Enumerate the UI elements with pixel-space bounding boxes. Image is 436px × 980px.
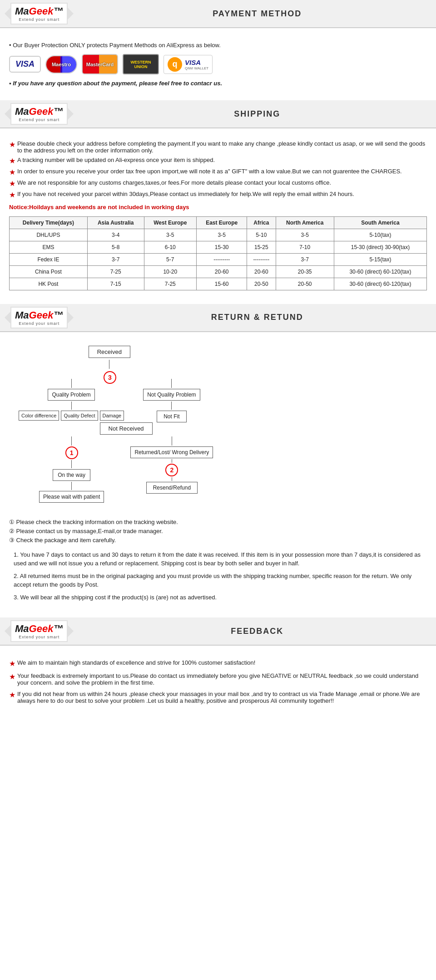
shipping-point-5: ★ If you have not received your parcel w… xyxy=(9,191,427,199)
shipping-logo-arrow-left xyxy=(5,108,11,120)
returned-lost-box: Returned/Lost/ Wrong Delivery xyxy=(130,446,213,458)
col-header-0: Delivery Time(days) xyxy=(10,216,88,229)
logo-box: MaGeek™ Extend your smart xyxy=(10,3,68,24)
logo-text: MaGeek™ xyxy=(15,5,63,17)
shipping-logo-text: MaGeek™ xyxy=(15,106,63,118)
western-union-label: WESTERNUNION xyxy=(131,60,151,69)
return-note-3: ③ Check the package and item carefully. xyxy=(9,537,427,544)
shipping-table: Delivery Time(days) Asia Australia West … xyxy=(9,216,427,290)
feedback-logo-box: MaGeek™ Extend your smart xyxy=(10,620,68,642)
shipping-brand-logo: MaGeek™ Extend your smart xyxy=(5,103,74,125)
fb-text-3: If you did not hear from us within 24 ho… xyxy=(17,691,427,704)
payment-title: PAYMENT METHOD xyxy=(83,9,431,19)
flowchart: Received 3 Quality Problem xyxy=(9,341,427,512)
row0-col0: DHL/UPS xyxy=(10,229,88,241)
vline-received xyxy=(109,360,109,369)
circle-1: 1 xyxy=(65,446,78,459)
feedback-point-2: ★ Your feedback is extremely important t… xyxy=(9,672,427,686)
shipping-text-2: A tracking number will be updated on Ali… xyxy=(17,157,215,165)
payment-note: • If you have any question about the pay… xyxy=(9,80,427,87)
table-row: DHL/UPS 3-4 3-5 3-5 5-10 3-5 5-10(tax) xyxy=(10,229,427,241)
shipping-notice: Notice:Hoildays and weekends are not inc… xyxy=(9,203,427,212)
qiwi-wallet-label: QIWI WALLET xyxy=(185,66,208,70)
shipping-text-4: We are not responsible for any customs c… xyxy=(17,179,331,188)
return-logo-text: MaGeek™ xyxy=(15,309,63,321)
return-list: 1. You have 7 days to contact us and 30 … xyxy=(9,550,427,602)
not-received-branches: 1 On the way Please wait with patient xyxy=(26,436,227,503)
shipping-logo-tagline: Extend your smart xyxy=(19,118,59,122)
row4-col1: 7-15 xyxy=(87,278,144,290)
circle-2: 2 xyxy=(165,464,178,476)
not-fit-box: Not Fit xyxy=(157,411,186,422)
visa-card: VISA xyxy=(9,56,41,73)
return-logo-tagline: Extend your smart xyxy=(19,321,59,326)
fb-text-2: Your feedback is extremely important to … xyxy=(17,672,427,686)
maestro-card: Maestro xyxy=(45,55,77,74)
row0-col2: 3-5 xyxy=(144,229,197,241)
received-box: Received xyxy=(89,346,130,358)
row2-col3: --------- xyxy=(197,253,247,265)
shipping-header: MaGeek™ Extend your smart SHIPPING xyxy=(0,100,436,128)
feedback-logo-tagline: Extend your smart xyxy=(19,635,59,639)
table-row: HK Post 7-15 7-25 15-60 20-50 20-50 30-6… xyxy=(10,278,427,290)
shipping-title: SHIPPING xyxy=(83,109,431,119)
col-header-2: West Europe xyxy=(144,216,197,229)
row4-col6: 30-60 (direct) 60-120(tax) xyxy=(334,278,426,290)
feedback-logo-arrow-right xyxy=(67,625,74,637)
shipping-point-2: ★ A tracking number will be updated on A… xyxy=(9,157,427,165)
nqp-vline2 xyxy=(143,402,200,410)
logo-arrow-left xyxy=(5,7,11,20)
row4-col2: 7-25 xyxy=(144,278,197,290)
star-icon-1: ★ xyxy=(9,140,15,154)
row3-col1: 7-25 xyxy=(87,265,144,278)
rl-vline3 xyxy=(130,477,213,481)
col-header-1: Asia Australia xyxy=(87,216,144,229)
row2-col5: 3-7 xyxy=(276,253,334,265)
row2-col1: 3-7 xyxy=(87,253,144,265)
feedback-point-3: ★ If you did not hear from us within 24 … xyxy=(9,691,427,704)
brand-logo: MaGeek™ Extend your smart xyxy=(5,3,74,24)
shipping-logo-box: MaGeek™ Extend your smart xyxy=(10,103,68,125)
return-content: Received 3 Quality Problem xyxy=(0,337,436,618)
on-the-way-box: On the way xyxy=(53,469,90,481)
otw-vline3 xyxy=(39,482,104,490)
return-logo-arrow-left xyxy=(5,311,11,324)
on-the-way-branch: 1 On the way Please wait with patient xyxy=(39,436,104,503)
col-header-6: South America xyxy=(334,216,426,229)
quality-sub-boxes: Color difference Quality Defect Damage xyxy=(19,411,124,421)
row1-col6: 15-30 (direct) 30-90(tax) xyxy=(334,241,426,253)
star-icon-4: ★ xyxy=(9,179,15,188)
row2-col6: 5-15(tax) xyxy=(334,253,426,265)
row0-col3: 3-5 xyxy=(197,229,247,241)
color-difference-box: Color difference xyxy=(19,411,59,421)
vline-qp2 xyxy=(19,402,124,410)
rl-vline xyxy=(130,436,213,446)
row3-col0: China Post xyxy=(10,265,88,278)
fb-star-2: ★ xyxy=(9,672,15,686)
flowchart-right: Not Received 1 On the way xyxy=(26,422,227,503)
row3-col4: 20-60 xyxy=(247,265,276,278)
shipping-logo-ma: Ma xyxy=(15,106,29,117)
row4-col4: 20-50 xyxy=(247,278,276,290)
qiwi-text-area: VISA QIWI WALLET xyxy=(185,59,208,70)
mastercard-label: MasterCard xyxy=(86,62,114,67)
return-logo-box: MaGeek™ Extend your smart xyxy=(10,307,68,328)
shipping-text-3: In order to ensure you receive your orde… xyxy=(17,168,402,176)
row1-col0: EMS xyxy=(10,241,88,253)
return-logo-arrow-right xyxy=(67,311,74,324)
fb-star-1: ★ xyxy=(9,659,15,668)
not-received-row: Not Received xyxy=(26,422,227,435)
maestro-label: Maestro xyxy=(52,62,71,67)
feedback-brand-logo: MaGeek™ Extend your smart xyxy=(5,620,74,642)
shipping-point-3: ★ In order to ensure you receive your or… xyxy=(9,168,427,176)
row1-col3: 15-30 xyxy=(197,241,247,253)
quality-defect-box: Quality Defect xyxy=(61,411,98,421)
nqp-vline xyxy=(143,379,200,388)
row2-col4: --------- xyxy=(247,253,276,265)
feedback-header: MaGeek™ Extend your smart FEEDBACK xyxy=(0,617,436,646)
payment-header: MaGeek™ Extend your smart PAYMENT METHOD xyxy=(0,0,436,28)
payment-section: MaGeek™ Extend your smart PAYMENT METHOD… xyxy=(0,0,436,100)
not-quality-branch: Not Quality Problem Not Fit xyxy=(143,379,200,422)
return-header: MaGeek™ Extend your smart RETURN & RETUN… xyxy=(0,304,436,332)
otw-vline2 xyxy=(39,460,104,468)
